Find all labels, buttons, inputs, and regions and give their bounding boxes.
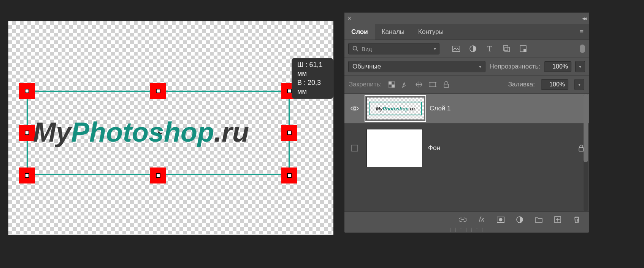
layer-row[interactable]: Фон [344,123,589,173]
canvas[interactable]: MyPhotoshop.ru Ш : 61,1 мм В : 20,3 мм [8,21,333,235]
opacity-flyout-button[interactable]: ▾ [575,61,585,72]
search-icon [352,45,359,53]
new-group-icon[interactable] [535,216,542,223]
svg-rect-20 [579,148,584,151]
handle-top-mid[interactable] [150,83,166,99]
filter-pixel-icon[interactable] [452,45,460,53]
delete-layer-icon[interactable] [573,216,581,223]
svg-rect-12 [430,82,435,87]
canvas-logo-text: MyPhotoshop.ru [33,116,249,148]
svg-rect-10 [392,85,395,88]
logo-part-ru: .ru [214,117,249,147]
lock-position-icon[interactable] [415,81,423,88]
logo-part-photoshop: Photoshop [71,117,214,147]
panel-menu-icon[interactable]: ≡ [574,28,589,36]
chevron-down-icon: ▾ [434,46,436,51]
lock-image-icon[interactable] [401,81,409,88]
handle-bot-mid[interactable] [150,168,166,183]
handle-mid-right[interactable] [281,125,297,141]
svg-point-1 [353,46,357,50]
fill-value[interactable]: 100% [541,79,568,90]
close-icon[interactable]: × [347,14,352,22]
chevron-down-icon: ▾ [479,64,481,69]
adjustment-layer-icon[interactable] [516,216,523,223]
panel-tabs: Слои Каналы Контуры ≡ [344,24,589,40]
layer-filter-row: Вид ▾ T [344,40,589,58]
svg-rect-19 [352,145,358,151]
blend-mode-select[interactable]: Обычные ▾ [348,61,485,72]
layers-panel-footer: fx [344,211,589,227]
layer-filter-kind-select[interactable]: Вид ▾ [348,43,439,54]
layer-thumbnail[interactable]: MyPhotoshop.ru [366,97,424,120]
layers-list: MyPhotoshop.ru Слой 1 Фон [344,94,589,211]
tooltip-height-label: В : [297,79,306,86]
lock-label: Закрепить: [349,81,382,88]
filter-smartobject-icon[interactable] [519,45,527,53]
layer-name[interactable]: Фон [428,144,440,152]
blend-opacity-row: Обычные ▾ Непрозрачность: 100% ▾ [344,58,589,76]
tab-paths[interactable]: Контуры [411,24,450,40]
svg-line-2 [357,50,358,52]
link-layers-icon[interactable] [459,216,466,223]
svg-rect-17 [444,84,449,88]
collapse-icon[interactable]: ◂◂ [582,15,586,21]
tooltip-width-label: Ш : [297,61,308,69]
visibility-toggle[interactable] [348,144,361,152]
layer-filter-icons: T [452,45,527,53]
panel-topbar: × ◂◂ [344,13,589,24]
layer-filter-kind-label: Вид [362,46,372,52]
layer-thumbnail[interactable] [366,129,423,167]
logo-part-my: My [33,117,71,147]
filter-adjustment-icon[interactable] [469,45,477,53]
new-layer-icon[interactable] [554,216,562,223]
fill-label: Заливка: [508,81,535,88]
lock-all-icon[interactable] [443,81,450,88]
handle-mid-left[interactable] [19,125,35,141]
handle-top-left[interactable] [19,83,35,99]
layers-scrollbar[interactable] [584,94,588,211]
opacity-value[interactable]: 100% [544,61,571,72]
svg-rect-8 [523,49,526,52]
filter-toggle[interactable] [580,45,585,53]
fill-flyout-button[interactable]: ▾ [574,79,584,90]
layer-name[interactable]: Слой 1 [430,105,451,112]
layer-fx-icon[interactable]: fx [478,216,485,223]
scrollbar-thumb[interactable] [584,94,588,162]
handle-bot-right[interactable] [281,168,297,183]
blend-mode-value: Обычные [352,63,381,70]
tab-layers[interactable]: Слои [344,24,375,40]
handle-bot-left[interactable] [19,168,35,183]
svg-point-22 [499,218,503,221]
lock-transparency-icon[interactable] [388,81,395,88]
lock-artboard-icon[interactable] [429,81,436,88]
visibility-toggle[interactable] [348,105,361,112]
svg-point-18 [354,107,356,110]
layer-mask-icon[interactable] [497,216,504,223]
dimensions-tooltip: Ш : 61,1 мм В : 20,3 мм [292,58,333,99]
panel-resize-grip[interactable]: ႞႞႞႞႞႞႞ [344,227,589,233]
filter-shape-icon[interactable] [503,45,510,53]
layer-row[interactable]: MyPhotoshop.ru Слой 1 [344,94,589,123]
svg-rect-5 [503,46,508,50]
lock-fill-row: Закрепить: Заливка: 100% ▾ [344,76,589,94]
layers-panel[interactable]: × ◂◂ Слои Каналы Контуры ≡ Вид ▾ T Обычн… [344,12,589,233]
filter-type-icon[interactable]: T [486,45,493,53]
tab-channels[interactable]: Каналы [375,24,411,40]
svg-rect-6 [505,47,509,52]
svg-rect-9 [389,81,392,85]
opacity-label: Непрозрачность: [489,63,540,70]
